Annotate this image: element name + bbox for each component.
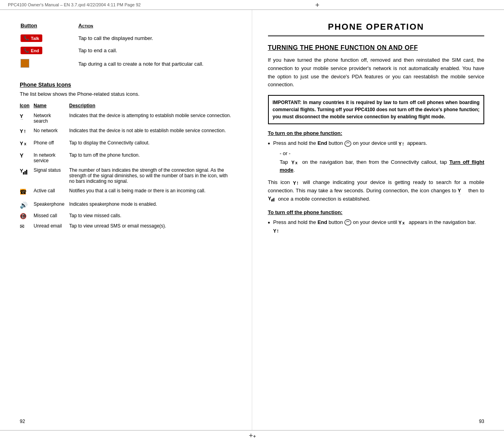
email-icon: ✉ (20, 223, 25, 229)
svg-rect-10 (26, 170, 27, 174)
no-network-icon3: Y ! (273, 228, 280, 234)
turn-on-bullet: • Press and hold the End button on your … (268, 139, 485, 148)
crosshair-icon (315, 2, 321, 8)
end-action-cell: Tap to end a call. (78, 45, 235, 56)
turn-off-button-text: button (327, 219, 344, 225)
table-row: 📶 ☎ Active call Notifies you that a call… (20, 186, 236, 199)
svg-text:Y: Y (293, 180, 296, 186)
svg-text:Y: Y (268, 196, 271, 201)
talk-button: 📞 Talk (21, 34, 42, 42)
icon-cell: Y ! (20, 126, 34, 138)
no-network-inline-icon: Y ! (398, 140, 406, 147)
status-icons-table: Icon Name Description Y ... (20, 103, 236, 231)
icon-cell: ✉ (20, 221, 34, 231)
icon-desc-cell: Tap to view unread SMS or email message(… (69, 221, 236, 231)
svg-text:Y: Y (291, 160, 294, 165)
svg-text:Y: Y (20, 152, 24, 159)
table-row: Y ... Network search Indicates that the … (20, 111, 236, 126)
icon-cell: 📵 (20, 211, 34, 221)
svg-text:!: ! (277, 229, 278, 233)
bottom-crosshair-icon: + (249, 432, 255, 438)
icon-cell: Y (20, 165, 34, 186)
intro-paragraph: If you have turned the phone function of… (268, 56, 485, 89)
bullet-dot: • (268, 139, 270, 148)
svg-text:...: ... (458, 192, 461, 194)
phone-icon: 📞 (24, 36, 29, 41)
end-button-icon (344, 140, 351, 147)
table-row: Y In network service Tap to turn off the… (20, 150, 236, 165)
end-bold2: End (317, 219, 327, 225)
talk-action-cell: Tap to call the displayed number. (78, 32, 235, 44)
then-to-text: then to (468, 188, 484, 193)
period1: . (293, 167, 295, 173)
phone-off-inline-icon2: Y x (398, 219, 407, 226)
speakerphone-icon: 🔊 (20, 202, 28, 209)
note-button-cell (21, 57, 77, 71)
turn-off-text: Press and hold the End button on your de… (273, 218, 484, 235)
signal-full-icon2: Y (268, 196, 277, 202)
svg-text:!: ! (402, 142, 404, 146)
icon-col-header: Icon (20, 103, 34, 111)
button-action-table: Button Action 📞 Talk Tap to call the dis… (20, 22, 236, 72)
svg-text:Y: Y (20, 140, 23, 146)
icon-desc-cell: Indicates that the device is attempting … (69, 111, 236, 126)
tap-instruction: Tap Y x on the navigation bar, then from… (280, 158, 485, 175)
note-button (21, 59, 29, 68)
end-button-cell: 📞 End (21, 45, 77, 56)
no-network-icon2: Y ! (293, 180, 300, 186)
end-label: End (31, 48, 39, 53)
turn-off-bullet: • Press and hold the End button on your … (268, 218, 485, 235)
svg-point-13 (345, 141, 351, 146)
svg-text:Y: Y (273, 228, 276, 234)
in-network-icon: Y (20, 152, 28, 161)
turn-on-press-text: Press and hold the (273, 140, 317, 146)
this-icon-text: This icon (268, 179, 293, 185)
turn-off-press-text: Press and hold the (273, 219, 317, 225)
end-bold: End (317, 140, 327, 146)
svg-rect-23 (271, 199, 272, 201)
right-page-title: PHONE OPERATION (268, 22, 485, 36)
svg-text:x: x (402, 221, 405, 225)
turn-on-heading: To turn on the phone function: (268, 130, 485, 136)
icon-desc-cell: Notifies you that a call is being made o… (69, 186, 236, 199)
icon-cell: Y (20, 150, 34, 165)
svg-text:!: ! (24, 129, 26, 134)
this-icon-para: This icon Y ! will change indicating you… (268, 178, 485, 203)
svg-text:...: ... (21, 117, 23, 120)
icon-name-cell: Signal status (34, 165, 69, 186)
tap-text: Tap (280, 159, 288, 165)
icon-desc-cell: The number of bars indicates the strengt… (69, 165, 236, 186)
icon-name-cell: Unread email (34, 221, 69, 231)
once-established-text: once a mobile connection is established. (278, 196, 370, 202)
icon-name-cell: Phone off (34, 138, 69, 150)
svg-text:☎: ☎ (20, 189, 26, 195)
bottom-bar: + (0, 430, 504, 440)
no-network-icon: Y ! (20, 128, 28, 136)
turn-off-device-text: on your device until (353, 219, 399, 225)
appears-text: appears. (407, 140, 427, 146)
table-row: ✉ Unread email Tap to view unread SMS or… (20, 221, 236, 231)
icon-name-cell: Network search (34, 111, 69, 126)
table-row: Tap during a call to create a note for t… (21, 57, 235, 71)
note-action-cell: Tap during a call to create a note for t… (78, 57, 235, 71)
on-your-device-text: on your device until (353, 140, 399, 146)
svg-point-26 (345, 220, 351, 225)
icon-cell: Y ... (20, 111, 34, 126)
phone-off-icon: Y x (20, 140, 28, 148)
turn-on-button-text: button (327, 140, 344, 146)
svg-text:x: x (24, 142, 26, 146)
page-number-right: 93 (479, 419, 484, 424)
icon-desc-cell: Indicates speakerphone mode is enabled. (69, 199, 236, 211)
or-line: - or - (280, 150, 485, 156)
svg-text:Y: Y (398, 220, 402, 226)
phone-status-subtitle: The list below shows the Phone-related s… (20, 91, 236, 97)
talk-button-cell: 📞 Talk (21, 32, 77, 44)
appears-nav-text: appears in the navigation bar. (409, 219, 476, 225)
desc-col-header: Description (69, 103, 236, 111)
or-text: - or - (280, 150, 291, 156)
will-change-text: will change indicating your device is ge… (268, 179, 484, 193)
phone-status-title: Phone Status Icons (20, 82, 236, 88)
table-row: Y ! No network Indicates that the device… (20, 126, 236, 138)
table-row: 📵 Missed call Tap to view missed calls. (20, 211, 236, 221)
name-col-header: Name (34, 103, 69, 111)
